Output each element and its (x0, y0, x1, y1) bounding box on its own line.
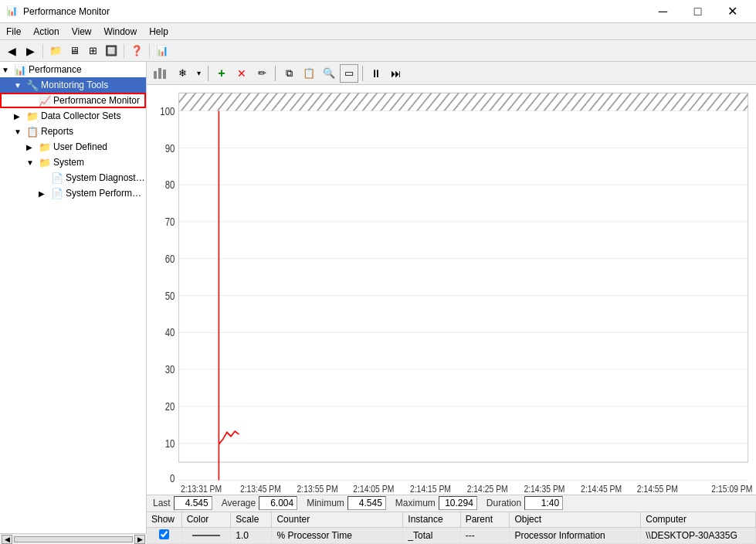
perf-mon-icon: 📈 (39, 94, 51, 107)
toggle-dcs[interactable]: ▶ (14, 112, 26, 121)
duration-value: 1:40 (524, 496, 563, 510)
freeze-btn[interactable]: ❄ (173, 64, 192, 83)
sidebar-item-monitoring-tools[interactable]: ▼ 🔧 Monitoring Tools (0, 77, 146, 93)
scroll-right-btn[interactable]: ▶ (134, 535, 145, 544)
sidebar-item-reports[interactable]: ▼ 📋 Reports (0, 124, 146, 139)
dropdown-btn[interactable]: ▾ (193, 64, 204, 83)
paste-btn[interactable]: 📋 (300, 64, 318, 83)
stop-btn[interactable]: ⏭ (387, 64, 405, 83)
add-counter-btn[interactable]: + (212, 64, 231, 83)
sys-diag-icon: 📄 (51, 172, 63, 184)
reports-icon: 📋 (26, 125, 39, 138)
sidebar-item-system-diagnostics[interactable]: 📄 System Diagnostics (0, 170, 146, 185)
col-header-color: Color (181, 512, 231, 528)
menubar: File Action View Window Help (0, 23, 756, 40)
toolbar-forward[interactable]: ▶ (22, 42, 39, 60)
perf-mon-label: Performance Monitor (53, 95, 140, 106)
toolbar-sep-2 (124, 44, 124, 58)
scroll-left-btn[interactable]: ◀ (2, 535, 12, 544)
user-defined-label: User Defined (53, 141, 107, 152)
toggle-user-defined[interactable]: ▶ (26, 143, 39, 151)
zoom-btn[interactable]: 🔍 (320, 64, 338, 83)
copy-image-btn[interactable]: ⧉ (280, 64, 298, 83)
menu-view[interactable]: View (66, 25, 98, 39)
y-label-10: 10 (165, 437, 175, 450)
stats-bar: Last 4.545 Average 6.004 Minimum 4.545 M… (147, 495, 756, 512)
graph-type-btn[interactable] (150, 64, 171, 83)
sidebar-item-data-collector-sets[interactable]: ▶ 📁 Data Collector Sets (0, 108, 146, 124)
system-icon: 📁 (39, 156, 51, 168)
x-label-7: 2:14:45 PM (581, 483, 622, 494)
counter-table-container: Show Color Scale Counter Instance Parent… (147, 512, 756, 545)
menu-file[interactable]: File (0, 25, 27, 39)
toggle-monitoring-tools[interactable]: ▼ (14, 81, 26, 90)
x-label-5: 2:14:25 PM (467, 483, 508, 494)
toolbar-folder[interactable]: 📁 (47, 42, 64, 60)
window-title: Performance Monitor (23, 6, 646, 17)
x-label-3: 2:14:05 PM (353, 483, 394, 494)
sidebar-item-performance-monitor[interactable]: 📈 Performance Monitor (0, 93, 146, 108)
y-label-0: 0 (170, 472, 175, 485)
col-header-object: Object (510, 512, 641, 528)
monitoring-tools-icon: 🔧 (26, 79, 39, 91)
sidebar-item-system-performance[interactable]: ▶ 📄 System Performanc (0, 185, 146, 201)
sidebar-item-user-defined[interactable]: ▶ 📁 User Defined (0, 139, 146, 155)
toggle-system[interactable]: ▼ (26, 158, 39, 167)
toolbar-grid[interactable]: ⊞ (84, 42, 101, 60)
performance-icon: 📊 (14, 63, 26, 76)
graph-toolbar: ❄ ▾ + ✕ ✏ ⧉ 📋 🔍 ▭ ⏸ ⏭ (147, 62, 756, 85)
sidebar-scrollbar[interactable]: ◀ ▶ (0, 533, 147, 544)
table-row[interactable]: 1.0 % Processor Time _Total --- Processo… (147, 528, 756, 544)
graph-sep-1 (208, 66, 208, 81)
toolbar-chart[interactable]: 📊 (154, 42, 171, 60)
menu-action[interactable]: Action (27, 25, 65, 39)
x-label-9: 2:15:09 PM (711, 483, 752, 494)
sys-perf-label: System Performanc (66, 188, 146, 199)
sidebar-item-system[interactable]: ▼ 📁 System (0, 155, 146, 170)
pause-btn[interactable]: ⏸ (367, 64, 385, 83)
y-label-100: 100 (160, 105, 175, 118)
chart-container: 100 90 80 70 60 50 40 (147, 85, 756, 495)
delete-counter-btn[interactable]: ✕ (232, 64, 251, 83)
y-label-30: 30 (165, 363, 175, 376)
user-defined-icon: 📁 (39, 141, 51, 153)
row-scale: 1.0 (231, 528, 272, 544)
maximum-label: Maximum (395, 498, 436, 508)
row-checkbox[interactable] (159, 529, 169, 539)
close-button[interactable]: ✕ (715, 0, 750, 23)
y-label-40: 40 (165, 326, 175, 339)
toggle-sys-perf[interactable]: ▶ (39, 189, 51, 198)
x-label-2: 2:13:55 PM (297, 483, 338, 494)
color-line (192, 535, 220, 536)
row-instance: _Total (403, 528, 460, 544)
maximize-button[interactable]: □ (680, 0, 715, 23)
row-object: Processor Information (510, 528, 641, 544)
y-label-80: 80 (165, 178, 175, 192)
menu-window[interactable]: Window (98, 25, 144, 39)
minimum-value: 4.545 (347, 496, 386, 510)
menu-help[interactable]: Help (143, 25, 175, 39)
highlight-btn[interactable]: ▭ (340, 64, 358, 83)
x-label-0: 2:13:31 PM (181, 483, 222, 494)
toolbar-properties[interactable]: 🔲 (103, 42, 120, 60)
scroll-track[interactable] (14, 536, 133, 542)
minimize-button[interactable]: ─ (646, 0, 680, 23)
y-label-90: 90 (165, 141, 175, 155)
graph-sep-3 (362, 66, 363, 81)
toggle-performance[interactable]: ▼ (2, 66, 14, 74)
row-show[interactable] (147, 528, 181, 544)
toolbar-monitor[interactable]: 🖥 (66, 42, 83, 60)
x-label-8: 2:14:55 PM (637, 483, 678, 494)
svg-rect-2 (163, 70, 166, 79)
toolbar-back[interactable]: ◀ (3, 42, 20, 60)
dcs-icon: 📁 (26, 110, 39, 122)
sidebar-item-performance[interactable]: ▼ 📊 Performance (0, 62, 146, 77)
graph-type-icon (153, 66, 168, 80)
edit-counter-btn[interactable]: ✏ (253, 64, 271, 83)
toggle-reports[interactable]: ▼ (14, 128, 26, 136)
toolbar: ◀ ▶ 📁 🖥 ⊞ 🔲 ❓ 📊 (0, 40, 756, 62)
counter-table: Show Color Scale Counter Instance Parent… (147, 512, 756, 545)
last-label: Last (153, 498, 171, 508)
minimum-label: Minimum (307, 498, 344, 508)
toolbar-help[interactable]: ❓ (128, 42, 145, 60)
